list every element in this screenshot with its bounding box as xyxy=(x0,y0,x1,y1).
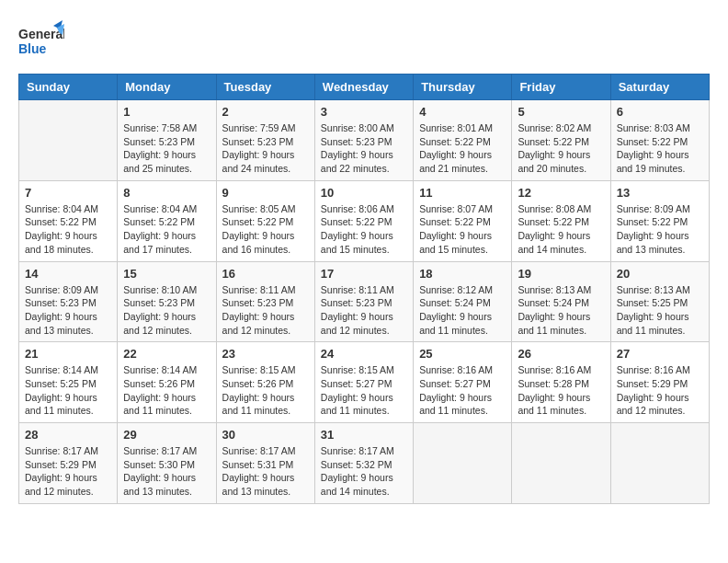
calendar-cell: 14 Sunrise: 8:09 AMSunset: 5:23 PMDaylig… xyxy=(19,261,118,342)
calendar-cell: 29 Sunrise: 8:17 AMSunset: 5:30 PMDaylig… xyxy=(118,423,216,504)
day-info: Sunrise: 8:17 AMSunset: 5:32 PMDaylight:… xyxy=(321,445,394,497)
day-info: Sunrise: 8:01 AMSunset: 5:22 PMDaylight:… xyxy=(419,122,493,174)
day-number: 29 xyxy=(123,428,210,442)
day-number: 15 xyxy=(123,267,210,281)
calendar-cell: 8 Sunrise: 8:04 AMSunset: 5:22 PMDayligh… xyxy=(118,180,216,261)
day-number: 16 xyxy=(222,267,309,281)
day-number: 4 xyxy=(419,105,506,119)
calendar-cell: 13 Sunrise: 8:09 AMSunset: 5:22 PMDaylig… xyxy=(610,180,709,261)
calendar-cell: 2 Sunrise: 7:59 AMSunset: 5:23 PMDayligh… xyxy=(216,100,314,181)
calendar-cell: 17 Sunrise: 8:11 AMSunset: 5:23 PMDaylig… xyxy=(314,261,413,342)
calendar-week-row: 21 Sunrise: 8:14 AMSunset: 5:25 PMDaylig… xyxy=(19,342,710,423)
calendar-cell xyxy=(512,423,610,504)
day-number: 3 xyxy=(321,105,407,119)
calendar-cell: 7 Sunrise: 8:04 AMSunset: 5:22 PMDayligh… xyxy=(19,180,118,261)
calendar-week-row: 1 Sunrise: 7:58 AMSunset: 5:23 PMDayligh… xyxy=(19,100,710,181)
day-info: Sunrise: 8:02 AMSunset: 5:22 PMDaylight:… xyxy=(518,122,591,174)
day-info: Sunrise: 8:04 AMSunset: 5:22 PMDaylight:… xyxy=(123,203,197,255)
day-info: Sunrise: 8:17 AMSunset: 5:30 PMDaylight:… xyxy=(123,445,197,497)
calendar-week-row: 28 Sunrise: 8:17 AMSunset: 5:29 PMDaylig… xyxy=(19,423,710,504)
calendar-cell: 3 Sunrise: 8:00 AMSunset: 5:23 PMDayligh… xyxy=(314,100,413,181)
day-number: 13 xyxy=(617,186,703,200)
calendar-header-row: SundayMondayTuesdayWednesdayThursdayFrid… xyxy=(19,75,710,100)
day-number: 6 xyxy=(617,105,703,119)
day-number: 19 xyxy=(518,267,604,281)
calendar-cell: 6 Sunrise: 8:03 AMSunset: 5:22 PMDayligh… xyxy=(610,100,709,181)
day-info: Sunrise: 8:04 AMSunset: 5:22 PMDaylight:… xyxy=(25,203,98,255)
day-number: 18 xyxy=(419,267,506,281)
day-header-wednesday: Wednesday xyxy=(314,75,413,100)
day-info: Sunrise: 8:16 AMSunset: 5:29 PMDaylight:… xyxy=(617,364,690,416)
day-number: 11 xyxy=(419,186,506,200)
day-info: Sunrise: 8:06 AMSunset: 5:22 PMDaylight:… xyxy=(321,203,394,255)
calendar-table: SundayMondayTuesdayWednesdayThursdayFrid… xyxy=(18,74,710,504)
day-info: Sunrise: 8:13 AMSunset: 5:24 PMDaylight:… xyxy=(518,284,591,336)
calendar-cell: 19 Sunrise: 8:13 AMSunset: 5:24 PMDaylig… xyxy=(512,261,610,342)
calendar-cell xyxy=(19,100,118,181)
day-number: 10 xyxy=(321,186,407,200)
day-info: Sunrise: 7:58 AMSunset: 5:23 PMDaylight:… xyxy=(123,122,197,174)
day-header-thursday: Thursday xyxy=(414,75,512,100)
day-number: 24 xyxy=(321,347,407,361)
day-number: 9 xyxy=(222,186,309,200)
calendar-cell: 31 Sunrise: 8:17 AMSunset: 5:32 PMDaylig… xyxy=(314,423,413,504)
calendar-cell: 26 Sunrise: 8:16 AMSunset: 5:28 PMDaylig… xyxy=(512,342,610,423)
day-info: Sunrise: 8:15 AMSunset: 5:27 PMDaylight:… xyxy=(321,364,394,416)
day-info: Sunrise: 8:11 AMSunset: 5:23 PMDaylight:… xyxy=(321,284,394,336)
calendar-cell: 20 Sunrise: 8:13 AMSunset: 5:25 PMDaylig… xyxy=(610,261,709,342)
calendar-cell: 28 Sunrise: 8:17 AMSunset: 5:29 PMDaylig… xyxy=(19,423,118,504)
day-number: 27 xyxy=(617,347,703,361)
day-number: 22 xyxy=(123,347,210,361)
calendar-cell: 27 Sunrise: 8:16 AMSunset: 5:29 PMDaylig… xyxy=(610,342,709,423)
logo: General Blue xyxy=(18,18,64,64)
day-number: 5 xyxy=(518,105,604,119)
day-info: Sunrise: 7:59 AMSunset: 5:23 PMDaylight:… xyxy=(222,122,296,174)
calendar-cell: 22 Sunrise: 8:14 AMSunset: 5:26 PMDaylig… xyxy=(118,342,216,423)
calendar-cell: 10 Sunrise: 8:06 AMSunset: 5:22 PMDaylig… xyxy=(314,180,413,261)
day-info: Sunrise: 8:16 AMSunset: 5:27 PMDaylight:… xyxy=(419,364,493,416)
calendar-cell: 15 Sunrise: 8:10 AMSunset: 5:23 PMDaylig… xyxy=(118,261,216,342)
calendar-cell: 23 Sunrise: 8:15 AMSunset: 5:26 PMDaylig… xyxy=(216,342,314,423)
day-number: 31 xyxy=(321,428,407,442)
calendar-cell xyxy=(610,423,709,504)
day-info: Sunrise: 8:05 AMSunset: 5:22 PMDaylight:… xyxy=(222,203,296,255)
day-number: 28 xyxy=(25,428,111,442)
day-info: Sunrise: 8:17 AMSunset: 5:31 PMDaylight:… xyxy=(222,445,296,497)
day-info: Sunrise: 8:13 AMSunset: 5:25 PMDaylight:… xyxy=(617,284,690,336)
day-number: 23 xyxy=(222,347,309,361)
day-info: Sunrise: 8:00 AMSunset: 5:23 PMDaylight:… xyxy=(321,122,394,174)
day-info: Sunrise: 8:16 AMSunset: 5:28 PMDaylight:… xyxy=(518,364,591,416)
calendar-cell: 1 Sunrise: 7:58 AMSunset: 5:23 PMDayligh… xyxy=(118,100,216,181)
calendar-cell: 16 Sunrise: 8:11 AMSunset: 5:23 PMDaylig… xyxy=(216,261,314,342)
day-header-sunday: Sunday xyxy=(19,75,118,100)
day-number: 2 xyxy=(222,105,309,119)
calendar-cell: 12 Sunrise: 8:08 AMSunset: 5:22 PMDaylig… xyxy=(512,180,610,261)
calendar-cell: 5 Sunrise: 8:02 AMSunset: 5:22 PMDayligh… xyxy=(512,100,610,181)
calendar-cell: 11 Sunrise: 8:07 AMSunset: 5:22 PMDaylig… xyxy=(414,180,512,261)
day-info: Sunrise: 8:07 AMSunset: 5:22 PMDaylight:… xyxy=(419,203,493,255)
calendar-cell: 9 Sunrise: 8:05 AMSunset: 5:22 PMDayligh… xyxy=(216,180,314,261)
day-info: Sunrise: 8:11 AMSunset: 5:23 PMDaylight:… xyxy=(222,284,296,336)
day-number: 1 xyxy=(123,105,210,119)
day-header-friday: Friday xyxy=(512,75,610,100)
day-info: Sunrise: 8:14 AMSunset: 5:26 PMDaylight:… xyxy=(123,364,197,416)
day-header-monday: Monday xyxy=(118,75,216,100)
day-number: 7 xyxy=(25,186,111,200)
calendar-cell: 4 Sunrise: 8:01 AMSunset: 5:22 PMDayligh… xyxy=(414,100,512,181)
calendar-cell: 24 Sunrise: 8:15 AMSunset: 5:27 PMDaylig… xyxy=(314,342,413,423)
day-info: Sunrise: 8:03 AMSunset: 5:22 PMDaylight:… xyxy=(617,122,690,174)
day-number: 30 xyxy=(222,428,309,442)
day-number: 8 xyxy=(123,186,210,200)
calendar-cell: 25 Sunrise: 8:16 AMSunset: 5:27 PMDaylig… xyxy=(414,342,512,423)
page-header: General Blue xyxy=(18,18,710,64)
calendar-cell xyxy=(414,423,512,504)
day-number: 25 xyxy=(419,347,506,361)
svg-text:General: General xyxy=(18,27,64,41)
day-info: Sunrise: 8:09 AMSunset: 5:22 PMDaylight:… xyxy=(617,203,690,255)
calendar-cell: 30 Sunrise: 8:17 AMSunset: 5:31 PMDaylig… xyxy=(216,423,314,504)
day-header-tuesday: Tuesday xyxy=(216,75,314,100)
day-number: 14 xyxy=(25,267,111,281)
logo-icon: General Blue xyxy=(18,18,64,64)
day-info: Sunrise: 8:10 AMSunset: 5:23 PMDaylight:… xyxy=(123,284,197,336)
day-info: Sunrise: 8:14 AMSunset: 5:25 PMDaylight:… xyxy=(25,364,98,416)
